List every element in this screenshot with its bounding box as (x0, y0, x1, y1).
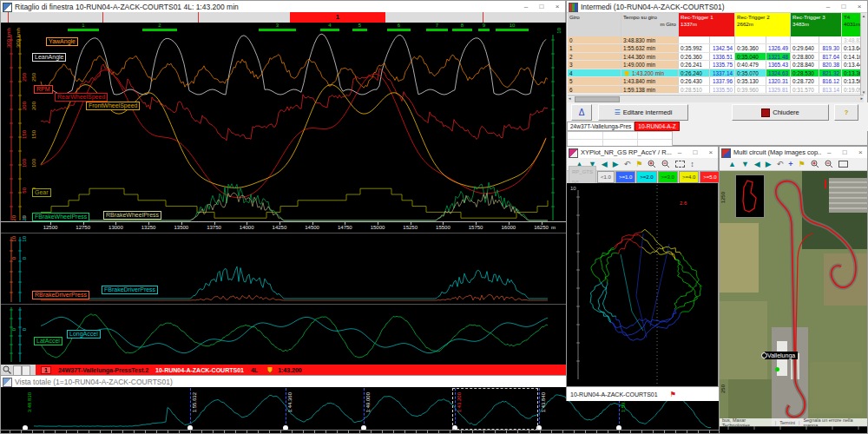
window-controls[interactable]: –□× (518, 3, 565, 10)
undo-icon[interactable]: ↶ (624, 160, 631, 168)
maximize-icon[interactable]: □ (836, 3, 852, 10)
crosshair-icon[interactable]: + (788, 160, 792, 168)
column-header[interactable]: Giro (568, 13, 621, 36)
intermedi-titlebar[interactable]: Intermedi (10-RUN04-A-ZACK-COURTS01) –□× (567, 1, 867, 13)
lap-time-label[interactable]: 1:55.632 (192, 392, 197, 412)
pan-right-icon[interactable]: ▶ (766, 160, 772, 168)
chart-area[interactable]: 12345678910 300 kmh300 kmh25020015010050… (1, 23, 567, 376)
table-row-giro-4[interactable]: 41:43.200 min0:26.2401337.140:35.0701324… (568, 69, 864, 77)
segment-bar[interactable] (142, 29, 177, 31)
table-row-giro-1[interactable]: 11:55.632 min0:35.9921342.540:36.3601326… (568, 44, 864, 52)
session-tab[interactable]: 24w37T-Vallelunga-Pres (567, 122, 635, 131)
segment-bar[interactable] (352, 29, 367, 31)
legend-chip[interactable]: >=2.0 (636, 171, 656, 183)
map-titlebar[interactable]: Multi circuit (Map images cop.. –□× (720, 147, 867, 159)
help-button[interactable]: ? (834, 104, 858, 121)
place-label[interactable]: Vallelunga (765, 352, 798, 359)
legend-chip[interactable]: >=3.0 (658, 171, 678, 183)
channel-label-rbrakedriverpress[interactable]: RBrakeDriverPress (32, 291, 89, 299)
column-header[interactable]: Rec-Trigger 11337m (679, 13, 735, 36)
segment-bar[interactable] (496, 29, 529, 31)
zoom-out-icon[interactable] (825, 160, 833, 168)
channel-label-rearwheelspeed[interactable]: RearWheelSpeed (55, 93, 108, 102)
table-row-giro-5[interactable]: 51:43.840 min0:26.4301337.960:35.1301320… (568, 77, 864, 85)
segment-bar[interactable] (478, 29, 490, 31)
channel-label-rbrakewheelpress[interactable]: RBrakeWheelPress (103, 211, 161, 220)
select-rect-icon[interactable] (838, 161, 848, 168)
zoom-in-icon[interactable] (811, 160, 819, 168)
channel-label-leanangle[interactable]: LeanAngle (32, 53, 66, 62)
column-header[interactable]: Rec-Trigger 22662m (735, 13, 791, 36)
zoom-out-icon[interactable] (661, 160, 670, 168)
lap-time-label[interactable]: 1:43.840 (541, 392, 546, 412)
flag-icon[interactable]: ⚑ (799, 160, 806, 168)
segment-bar[interactable] (426, 29, 448, 31)
pan-up-icon[interactable]: ▲ (728, 160, 736, 168)
lap-time-label[interactable]: 1:49.000 (365, 392, 371, 412)
select-rect-icon[interactable] (675, 161, 685, 168)
table-row-giro-2[interactable]: 21:44.360 min0:26.3601336.510:35.0401321… (568, 53, 864, 61)
maximize-icon[interactable]: □ (837, 148, 852, 156)
run-tab[interactable]: 10-RUN04-A-Z (635, 122, 679, 131)
minimize-icon[interactable]: – (820, 3, 836, 10)
channel-label-yawangle[interactable]: YawAngle (46, 37, 78, 46)
scroll-right-icon[interactable]: ▸ (860, 95, 863, 101)
flag-icon[interactable]: ⚑ (635, 160, 642, 168)
column-header[interactable]: Rec-Trigger 33483m (791, 13, 842, 36)
table-vscrollbar[interactable]: ▴▾ (860, 13, 866, 95)
pan-left-icon[interactable]: ◀ (754, 160, 760, 168)
overview-selection[interactable] (452, 388, 538, 430)
minimize-icon[interactable]: – (518, 3, 534, 10)
table-row-giro-6[interactable]: 61:59.138 min0:28.5101335.500:39.9601329… (568, 86, 864, 94)
legend-chip[interactable]: >=5.0 (700, 171, 720, 183)
window-controls[interactable]: –□× (821, 148, 867, 156)
window-controls[interactable]: –□× (672, 148, 718, 156)
channel-label-longaccel[interactable]: LongAccel (67, 330, 101, 339)
segment-bar[interactable] (387, 29, 411, 31)
segment-bar[interactable] (68, 29, 99, 31)
close-intermedi-button[interactable]: Chiudere (732, 104, 829, 121)
xyplot-area[interactable]: 10 2.6 (567, 183, 718, 386)
telemetry-titlebar[interactable]: Ritaglio di finestra 10-RUN04-A-ZACK-COU… (1, 1, 565, 13)
segment-bar[interactable] (259, 29, 296, 31)
edit-intermedi-button[interactable]: ☰ Editare intermedi (598, 104, 688, 121)
pan-left-icon[interactable]: ◀ (602, 160, 608, 168)
channel-label-fbrakedriverpress[interactable]: FBrakeDriverPress (102, 286, 158, 294)
pan-down-icon[interactable]: ▼ (741, 160, 749, 168)
minimize-icon[interactable]: – (821, 148, 837, 156)
legend-chip[interactable]: <1.0 (597, 171, 615, 183)
table-row-giro-0[interactable]: 03:48.830 min3:48.83 (568, 36, 864, 44)
minimize-icon[interactable]: – (672, 148, 687, 156)
lap-time-label[interactable]: 1:44.360 (287, 392, 293, 412)
legend-chip[interactable]: >=4.0 (679, 171, 699, 183)
close-icon[interactable]: × (852, 148, 867, 156)
table-hscrollbar[interactable]: ◂ ▸ (568, 95, 864, 102)
maximize-icon[interactable]: □ (687, 148, 703, 156)
scroll-up-icon[interactable]: ▴ (861, 13, 866, 18)
channel-label-lataccel[interactable]: LatAccel (34, 337, 62, 345)
close-icon[interactable]: × (703, 148, 718, 156)
lap-time-label[interactable]: 3:48.830 (27, 392, 32, 412)
triangle-button[interactable]: Δ (571, 104, 592, 121)
close-icon[interactable]: × (549, 3, 565, 10)
close-icon[interactable]: × (852, 3, 867, 10)
legend-chip[interactable]: >=1.0 (615, 171, 635, 183)
segment-bar[interactable] (320, 29, 339, 31)
axis-tool-icon[interactable]: ↕ (690, 160, 694, 168)
window-controls[interactable]: –□× (820, 3, 867, 10)
table-row-giro-3[interactable]: 31:49.000 min0:26.2411335.750:40.4791365… (568, 61, 864, 69)
map-satellite-view[interactable]: Vallelunga 1250 250 0 bus, Maxar Technol… (720, 171, 867, 433)
undo-icon[interactable]: ↶ (777, 160, 784, 168)
segment-bar[interactable] (452, 29, 472, 31)
xyplot-titlebar[interactable]: XYPlot_NR_GS RP_AccY / R... –□× (567, 147, 718, 159)
zoom-in-icon[interactable] (648, 160, 656, 168)
scroll-left-icon[interactable]: ◂ (569, 95, 571, 101)
scroll-thumb[interactable] (575, 96, 620, 102)
channel-label-frontwheelspeed[interactable]: FrontWheelSpeed (86, 102, 140, 110)
current-lap-block[interactable]: 1 (290, 12, 385, 23)
channel-label-fbrakewheelpress[interactable]: FBrakeWheelPress (32, 213, 89, 221)
column-header[interactable]: Tempo su girom Giro (621, 13, 679, 36)
magnifier-icon[interactable] (3, 365, 12, 375)
maximize-icon[interactable]: □ (534, 3, 549, 10)
pan-right-icon[interactable]: ▶ (613, 160, 619, 168)
